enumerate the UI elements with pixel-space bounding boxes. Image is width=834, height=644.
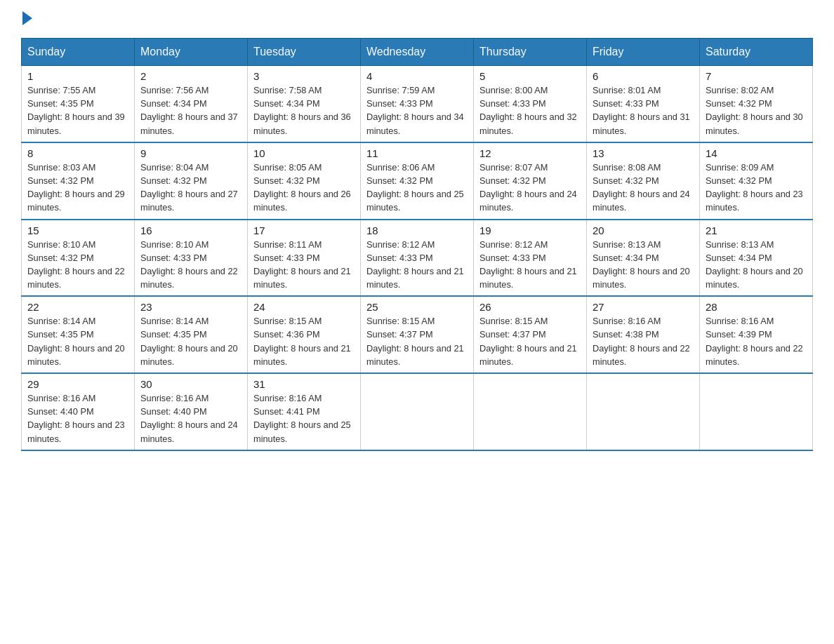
calendar-cell: 6Sunrise: 8:01 AMSunset: 4:33 PMDaylight… — [587, 66, 700, 142]
calendar-cell: 25Sunrise: 8:15 AMSunset: 4:37 PMDayligh… — [361, 296, 474, 373]
day-info: Sunrise: 8:15 AMSunset: 4:36 PMDaylight:… — [253, 314, 355, 368]
calendar-cell: 24Sunrise: 8:15 AMSunset: 4:36 PMDayligh… — [248, 296, 361, 373]
day-number: 2 — [140, 70, 241, 82]
calendar-cell: 12Sunrise: 8:07 AMSunset: 4:32 PMDayligh… — [474, 142, 587, 220]
calendar-cell: 9Sunrise: 8:04 AMSunset: 4:32 PMDaylight… — [135, 142, 248, 220]
calendar-header-thursday: Thursday — [474, 39, 587, 66]
day-number: 28 — [706, 301, 807, 313]
calendar-cell: 20Sunrise: 8:13 AMSunset: 4:34 PMDayligh… — [587, 220, 700, 297]
day-number: 7 — [706, 70, 807, 82]
calendar-cell — [474, 373, 587, 450]
calendar-cell — [700, 373, 813, 450]
day-number: 1 — [27, 70, 128, 82]
day-info: Sunrise: 8:13 AMSunset: 4:34 PMDaylight:… — [706, 238, 807, 292]
calendar-cell: 17Sunrise: 8:11 AMSunset: 4:33 PMDayligh… — [248, 220, 361, 297]
day-number: 27 — [593, 301, 694, 313]
day-info: Sunrise: 8:02 AMSunset: 4:32 PMDaylight:… — [706, 83, 807, 137]
day-info: Sunrise: 7:59 AMSunset: 4:33 PMDaylight:… — [366, 83, 468, 137]
calendar-cell: 23Sunrise: 8:14 AMSunset: 4:35 PMDayligh… — [135, 296, 248, 373]
calendar-cell: 11Sunrise: 8:06 AMSunset: 4:32 PMDayligh… — [361, 142, 474, 220]
day-number: 14 — [706, 147, 807, 159]
day-number: 19 — [479, 224, 581, 236]
day-number: 4 — [366, 70, 468, 82]
day-number: 23 — [140, 301, 241, 313]
day-info: Sunrise: 8:16 AMSunset: 4:40 PMDaylight:… — [27, 391, 128, 445]
calendar-cell: 14Sunrise: 8:09 AMSunset: 4:32 PMDayligh… — [700, 142, 813, 220]
day-info: Sunrise: 8:07 AMSunset: 4:32 PMDaylight:… — [479, 161, 581, 215]
day-info: Sunrise: 8:16 AMSunset: 4:41 PMDaylight:… — [253, 391, 355, 445]
day-number: 11 — [366, 147, 468, 159]
calendar-cell: 28Sunrise: 8:16 AMSunset: 4:39 PMDayligh… — [700, 296, 813, 373]
day-number: 31 — [253, 378, 355, 390]
calendar-cell: 4Sunrise: 7:59 AMSunset: 4:33 PMDaylight… — [361, 66, 474, 142]
logo — [21, 14, 32, 25]
calendar-cell: 27Sunrise: 8:16 AMSunset: 4:38 PMDayligh… — [587, 296, 700, 373]
day-number: 8 — [27, 147, 128, 159]
day-number: 9 — [140, 147, 241, 159]
day-info: Sunrise: 8:09 AMSunset: 4:32 PMDaylight:… — [706, 161, 807, 215]
day-info: Sunrise: 8:00 AMSunset: 4:33 PMDaylight:… — [479, 83, 581, 137]
calendar-week-row: 22Sunrise: 8:14 AMSunset: 4:35 PMDayligh… — [22, 296, 813, 373]
calendar-cell — [587, 373, 700, 450]
calendar-cell: 5Sunrise: 8:00 AMSunset: 4:33 PMDaylight… — [474, 66, 587, 142]
day-info: Sunrise: 8:10 AMSunset: 4:32 PMDaylight:… — [27, 238, 128, 292]
calendar-header-sunday: Sunday — [22, 39, 135, 66]
calendar-header-wednesday: Wednesday — [361, 39, 474, 66]
day-info: Sunrise: 8:01 AMSunset: 4:33 PMDaylight:… — [593, 83, 694, 137]
day-number: 24 — [253, 301, 355, 313]
calendar-cell: 18Sunrise: 8:12 AMSunset: 4:33 PMDayligh… — [361, 220, 474, 297]
day-number: 20 — [593, 224, 694, 236]
day-info: Sunrise: 8:04 AMSunset: 4:32 PMDaylight:… — [140, 161, 241, 215]
day-info: Sunrise: 7:58 AMSunset: 4:34 PMDaylight:… — [253, 83, 355, 137]
day-info: Sunrise: 8:14 AMSunset: 4:35 PMDaylight:… — [140, 314, 241, 368]
day-number: 26 — [479, 301, 581, 313]
day-info: Sunrise: 8:11 AMSunset: 4:33 PMDaylight:… — [253, 238, 355, 292]
day-info: Sunrise: 8:03 AMSunset: 4:32 PMDaylight:… — [27, 161, 128, 215]
calendar-cell: 16Sunrise: 8:10 AMSunset: 4:33 PMDayligh… — [135, 220, 248, 297]
calendar-week-row: 29Sunrise: 8:16 AMSunset: 4:40 PMDayligh… — [22, 373, 813, 450]
calendar-cell: 7Sunrise: 8:02 AMSunset: 4:32 PMDaylight… — [700, 66, 813, 142]
day-number: 25 — [366, 301, 468, 313]
logo-triangle-icon — [22, 11, 32, 25]
calendar-cell: 21Sunrise: 8:13 AMSunset: 4:34 PMDayligh… — [700, 220, 813, 297]
calendar-week-row: 8Sunrise: 8:03 AMSunset: 4:32 PMDaylight… — [22, 142, 813, 220]
calendar-table: SundayMondayTuesdayWednesdayThursdayFrid… — [21, 38, 813, 451]
calendar-cell: 29Sunrise: 8:16 AMSunset: 4:40 PMDayligh… — [22, 373, 135, 450]
day-info: Sunrise: 8:15 AMSunset: 4:37 PMDaylight:… — [479, 314, 581, 368]
day-number: 18 — [366, 224, 468, 236]
calendar-week-row: 1Sunrise: 7:55 AMSunset: 4:35 PMDaylight… — [22, 66, 813, 142]
day-number: 21 — [706, 224, 807, 236]
calendar-header-saturday: Saturday — [700, 39, 813, 66]
calendar-cell: 13Sunrise: 8:08 AMSunset: 4:32 PMDayligh… — [587, 142, 700, 220]
calendar-header-monday: Monday — [135, 39, 248, 66]
day-info: Sunrise: 8:12 AMSunset: 4:33 PMDaylight:… — [479, 238, 581, 292]
day-number: 30 — [140, 378, 241, 390]
calendar-cell: 26Sunrise: 8:15 AMSunset: 4:37 PMDayligh… — [474, 296, 587, 373]
calendar-cell: 3Sunrise: 7:58 AMSunset: 4:34 PMDaylight… — [248, 66, 361, 142]
day-number: 17 — [253, 224, 355, 236]
day-info: Sunrise: 7:56 AMSunset: 4:34 PMDaylight:… — [140, 83, 241, 137]
calendar-cell: 10Sunrise: 8:05 AMSunset: 4:32 PMDayligh… — [248, 142, 361, 220]
day-info: Sunrise: 8:16 AMSunset: 4:38 PMDaylight:… — [593, 314, 694, 368]
page-header — [21, 14, 813, 25]
calendar-week-row: 15Sunrise: 8:10 AMSunset: 4:32 PMDayligh… — [22, 220, 813, 297]
calendar-cell — [361, 373, 474, 450]
calendar-cell: 2Sunrise: 7:56 AMSunset: 4:34 PMDaylight… — [135, 66, 248, 142]
day-number: 16 — [140, 224, 241, 236]
calendar-header-tuesday: Tuesday — [248, 39, 361, 66]
day-info: Sunrise: 8:14 AMSunset: 4:35 PMDaylight:… — [27, 314, 128, 368]
day-info: Sunrise: 8:05 AMSunset: 4:32 PMDaylight:… — [253, 161, 355, 215]
calendar-header-row: SundayMondayTuesdayWednesdayThursdayFrid… — [22, 39, 813, 66]
day-info: Sunrise: 8:12 AMSunset: 4:33 PMDaylight:… — [366, 238, 468, 292]
calendar-cell: 31Sunrise: 8:16 AMSunset: 4:41 PMDayligh… — [248, 373, 361, 450]
day-number: 29 — [27, 378, 128, 390]
day-number: 15 — [27, 224, 128, 236]
day-number: 22 — [27, 301, 128, 313]
day-info: Sunrise: 8:10 AMSunset: 4:33 PMDaylight:… — [140, 238, 241, 292]
calendar-cell: 30Sunrise: 8:16 AMSunset: 4:40 PMDayligh… — [135, 373, 248, 450]
day-number: 3 — [253, 70, 355, 82]
day-number: 6 — [593, 70, 694, 82]
day-info: Sunrise: 8:16 AMSunset: 4:40 PMDaylight:… — [140, 391, 241, 445]
day-number: 12 — [479, 147, 581, 159]
day-number: 10 — [253, 147, 355, 159]
